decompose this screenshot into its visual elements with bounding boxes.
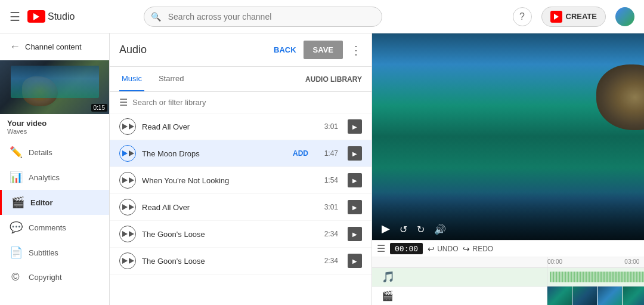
track-play-button[interactable] xyxy=(119,226,136,242)
search-icon: 🔍 xyxy=(151,12,161,21)
library-search-input[interactable] xyxy=(132,98,362,107)
track-row[interactable]: The Goon's Loose 2:34 xyxy=(110,221,371,248)
studio-label: Studio xyxy=(48,11,75,22)
track-icon-panel: 🎵 🎬 xyxy=(372,268,547,305)
sidebar-item-editor[interactable]: 🎬 Editor xyxy=(0,190,109,215)
video-frame xyxy=(623,286,644,305)
rewind-button[interactable]: ↺ xyxy=(400,224,407,235)
search-input[interactable] xyxy=(144,7,382,27)
track-row[interactable]: The Goon's Loose 2:34 xyxy=(110,248,371,275)
track-preview-button[interactable] xyxy=(348,146,362,161)
search-bar: 🔍 xyxy=(144,7,382,27)
more-options-button[interactable]: ⋮ xyxy=(350,43,362,57)
track-name: The Goon's Loose xyxy=(142,257,313,266)
track-list: Read All Over 3:01 The Moon Drops ADD 1:… xyxy=(110,113,371,305)
audio-waveform xyxy=(550,272,644,282)
back-nav[interactable]: ← Channel content xyxy=(0,33,109,60)
track-row[interactable]: Read All Over 3:01 xyxy=(110,194,371,221)
video-frame xyxy=(572,286,597,305)
track-play-button[interactable] xyxy=(119,252,136,269)
sidebar-item-copyright[interactable]: © Copyright xyxy=(0,265,109,289)
main-content: Audio BACK SAVE ⋮ Music Starred AUDIO LI… xyxy=(110,33,644,305)
youtube-logo-icon xyxy=(27,10,45,23)
track-content-area xyxy=(547,268,644,305)
back-arrow-icon: ← xyxy=(10,41,20,53)
audio-track[interactable] xyxy=(547,268,644,286)
video-info: Your video Waves xyxy=(0,114,109,140)
details-nav-icon: ✏️ xyxy=(10,146,21,159)
video-preview-area: ↙ ▶ ↺ ↻ 🔊 ⚙ xyxy=(372,33,644,240)
track-preview-button[interactable] xyxy=(348,119,362,134)
video-frame xyxy=(597,286,623,305)
channel-content-label: Channel content xyxy=(25,42,82,51)
main-row: Audio BACK SAVE ⋮ Music Starred AUDIO LI… xyxy=(110,33,644,305)
track-play-button[interactable] xyxy=(119,118,136,135)
track-name: The Moon Drops xyxy=(142,149,287,158)
sidebar-item-details[interactable]: ✏️ Details xyxy=(0,140,109,165)
track-row[interactable]: When You're Not Looking 1:54 xyxy=(110,167,371,194)
video-subtitle: Waves xyxy=(7,128,102,135)
audio-library-link[interactable]: AUDIO LIBRARY xyxy=(305,75,362,84)
volume-icon: 🔊 xyxy=(434,224,446,235)
analytics-nav-icon: 📊 xyxy=(10,171,21,184)
copyright-nav-icon: © xyxy=(10,271,21,284)
sidebar-item-analytics[interactable]: 📊 Analytics xyxy=(0,165,109,190)
save-button[interactable]: SAVE xyxy=(304,41,343,59)
track-name: Read All Over xyxy=(142,203,313,212)
thumb-duration: 0:15 xyxy=(91,104,107,112)
track-row[interactable]: Read All Over 3:01 xyxy=(110,113,371,140)
track-name: When You're Not Looking xyxy=(142,176,313,185)
track-play-button[interactable] xyxy=(119,172,136,189)
create-label: CREATE xyxy=(566,12,597,21)
track-duration: 1:47 xyxy=(319,149,338,158)
nav-right: ? CREATE xyxy=(513,7,634,27)
undo-button[interactable]: ↩ UNDO xyxy=(428,244,458,254)
video-track[interactable] xyxy=(547,286,644,305)
hamburger-icon[interactable]: ☰ xyxy=(10,10,20,24)
track-row[interactable]: The Moon Drops ADD 1:47 xyxy=(110,140,371,167)
video-thumbnail: 0:15 xyxy=(0,60,110,114)
help-button[interactable]: ? xyxy=(513,7,532,26)
create-button[interactable]: CREATE xyxy=(541,7,606,27)
track-preview-button[interactable] xyxy=(348,227,362,241)
comments-nav-icon: 💬 xyxy=(10,221,21,234)
track-duration: 3:01 xyxy=(319,203,338,211)
timeline-menu-icon: ☰ xyxy=(377,243,385,254)
filter-icon: ☰ xyxy=(119,97,128,108)
editor-nav-label: Editor xyxy=(30,198,53,207)
copyright-nav-label: Copyright xyxy=(29,273,62,282)
tab-starred[interactable]: Starred xyxy=(156,67,187,91)
track-preview-button[interactable] xyxy=(348,173,362,187)
play-control-button[interactable]: ▶ xyxy=(382,222,390,235)
sidebar-item-comments[interactable]: 💬 Comments xyxy=(0,215,109,240)
timecode-display: 00:00 xyxy=(390,243,423,254)
audio-header: Audio BACK SAVE ⋮ xyxy=(110,33,371,67)
track-duration: 2:34 xyxy=(319,230,338,238)
add-track-badge[interactable]: ADD xyxy=(293,149,308,158)
track-preview-button[interactable] xyxy=(348,254,362,268)
track-duration: 1:54 xyxy=(319,176,338,184)
track-play-button[interactable] xyxy=(119,199,136,215)
comments-nav-label: Comments xyxy=(29,223,66,232)
tabs: Music Starred AUDIO LIBRARY xyxy=(110,67,371,92)
track-duration: 3:01 xyxy=(319,122,338,131)
track-play-button[interactable] xyxy=(119,145,136,162)
timeline-section: ☰ 00:00 ↩ UNDO ↪ REDO 🔍 xyxy=(372,240,644,305)
user-avatar[interactable] xyxy=(615,7,634,26)
redo-button[interactable]: ↪ REDO xyxy=(463,244,493,254)
track-preview-button[interactable] xyxy=(348,200,362,214)
create-icon xyxy=(550,11,562,23)
forward-button[interactable]: ↻ xyxy=(417,224,425,235)
track-duration: 2:34 xyxy=(319,257,338,265)
top-nav: ☰ Studio 🔍 ? CREATE xyxy=(0,0,644,33)
back-link[interactable]: BACK xyxy=(274,45,296,54)
subtitles-nav-icon: 📄 xyxy=(10,246,21,259)
timeline-ruler: 00:00 03:00 06:00 09:00 12:00 14:26 xyxy=(372,257,644,268)
subtitles-nav-label: Subtitles xyxy=(29,248,58,257)
sidebar-item-subtitles[interactable]: 📄 Subtitles xyxy=(0,240,109,265)
editor-nav-icon: 🎬 xyxy=(11,196,23,209)
track-name: Read All Over xyxy=(142,122,313,131)
audio-track-icon-row: 🎵 xyxy=(372,268,547,287)
tab-music[interactable]: Music xyxy=(119,67,144,91)
video-track-icon-row: 🎬 xyxy=(372,287,547,306)
